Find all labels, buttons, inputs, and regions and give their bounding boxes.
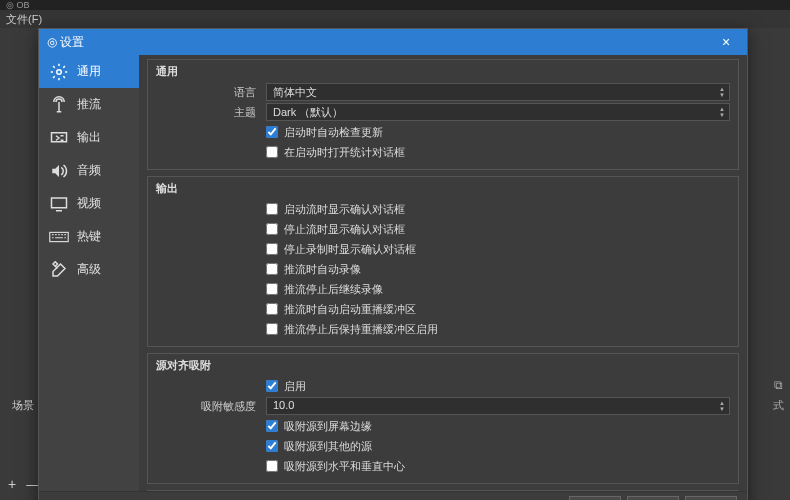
- sidebar-item-label: 视频: [77, 195, 101, 212]
- svg-rect-2: [52, 198, 67, 208]
- sidebar-item-stream[interactable]: 推流: [39, 88, 139, 121]
- sidebar-item-hotkeys[interactable]: 热键: [39, 220, 139, 253]
- sensitivity-input[interactable]: 10.0▲▼: [266, 397, 730, 415]
- checkbox-snap-enable[interactable]: 启用: [266, 379, 306, 394]
- output-icon: [49, 130, 69, 146]
- sidebar-item-label: 热键: [77, 228, 101, 245]
- sidebar-item-output[interactable]: 输出: [39, 121, 139, 154]
- antenna-icon: [49, 97, 69, 113]
- ok-button[interactable]: 确定: [569, 496, 621, 500]
- monitor-icon: [49, 196, 69, 212]
- close-button[interactable]: ×: [713, 34, 739, 50]
- sensitivity-label: 吸附敏感度: [156, 399, 266, 414]
- svg-rect-3: [50, 232, 68, 241]
- mode-icon[interactable]: 式: [773, 398, 784, 413]
- sidebar-item-advanced[interactable]: 高级: [39, 253, 139, 286]
- checkbox-snap-other[interactable]: 吸附源到其他的源: [266, 439, 372, 454]
- theme-select[interactable]: Dark （默认）▲▼: [266, 103, 730, 121]
- side-toolbar: ⧉ 式: [773, 378, 784, 413]
- theme-label: 主题: [156, 105, 266, 120]
- section-snapping: 源对齐吸附 启用 吸附敏感度 10.0▲▼ 吸附源到屏幕边缘 吸附源到其他的源 …: [147, 353, 739, 484]
- app-icon: ◎: [6, 0, 14, 10]
- section-general: 通用 语言 简体中文▲▼ 主题 Dark （默认）▲▼ 启动时自动检查更新 在启…: [147, 59, 739, 170]
- menu-file[interactable]: 文件(F): [6, 12, 42, 27]
- scenes-panel-title: 场景: [12, 398, 34, 413]
- section-title: 源对齐吸附: [156, 358, 730, 373]
- settings-dialog: ◎ 设置 × 通用 推流 输出: [38, 28, 748, 500]
- settings-content[interactable]: 通用 语言 简体中文▲▼ 主题 Dark （默认）▲▼ 启动时自动检查更新 在启…: [139, 55, 747, 491]
- sidebar-item-label: 推流: [77, 96, 101, 113]
- dialog-titlebar[interactable]: ◎ 设置 ×: [39, 29, 747, 55]
- main-menu-bar[interactable]: 文件(F): [0, 10, 790, 28]
- apply-button[interactable]: 应用: [685, 496, 737, 500]
- language-select[interactable]: 简体中文▲▼: [266, 83, 730, 101]
- dialog-title: 设置: [60, 34, 84, 51]
- checkbox-stop-record-confirm[interactable]: 停止录制时显示确认对话框: [266, 242, 416, 257]
- svg-point-0: [57, 69, 62, 74]
- keyboard-icon: [49, 229, 69, 245]
- sidebar-item-label: 通用: [77, 63, 101, 80]
- sidebar-item-label: 高级: [77, 261, 101, 278]
- settings-sidebar: 通用 推流 输出 音频: [39, 55, 139, 491]
- checkbox-keep-record[interactable]: 推流停止后继续录像: [266, 282, 383, 297]
- section-title: 通用: [156, 64, 730, 79]
- checkbox-keep-replay[interactable]: 推流停止后保持重播缓冲区启用: [266, 322, 438, 337]
- checkbox-stream-confirm[interactable]: 启动流时显示确认对话框: [266, 202, 405, 217]
- dialog-icon: ◎: [47, 35, 57, 49]
- sidebar-item-audio[interactable]: 音频: [39, 154, 139, 187]
- speaker-icon: [49, 163, 69, 179]
- checkbox-snap-center[interactable]: 吸附源到水平和垂直中心: [266, 459, 405, 474]
- sidebar-item-label: 输出: [77, 129, 101, 146]
- tools-icon: [49, 262, 69, 278]
- dialog-footer: 确定 取消 应用: [39, 491, 747, 500]
- checkbox-stop-stream-confirm[interactable]: 停止流时显示确认对话框: [266, 222, 405, 237]
- checkbox-auto-replay[interactable]: 推流时自动启动重播缓冲区: [266, 302, 416, 317]
- section-output: 输出 启动流时显示确认对话框 停止流时显示确认对话框 停止录制时显示确认对话框 …: [147, 176, 739, 347]
- add-scene-button[interactable]: +: [8, 476, 16, 492]
- sidebar-item-video[interactable]: 视频: [39, 187, 139, 220]
- scenes-toolbar: + —: [8, 476, 40, 492]
- sidebar-item-label: 音频: [77, 162, 101, 179]
- layout-icon[interactable]: ⧉: [774, 378, 783, 392]
- sidebar-item-general[interactable]: 通用: [39, 55, 139, 88]
- main-window-titlebar: ◎ OB: [0, 0, 790, 10]
- app-title: OB: [17, 0, 30, 10]
- cancel-button[interactable]: 取消: [627, 496, 679, 500]
- language-label: 语言: [156, 85, 266, 100]
- checkbox-open-stats[interactable]: 在启动时打开统计对话框: [266, 145, 405, 160]
- checkbox-snap-edges[interactable]: 吸附源到屏幕边缘: [266, 419, 372, 434]
- checkbox-auto-update[interactable]: 启动时自动检查更新: [266, 125, 383, 140]
- checkbox-auto-record[interactable]: 推流时自动录像: [266, 262, 361, 277]
- section-title: 输出: [156, 181, 730, 196]
- gear-icon: [49, 64, 69, 80]
